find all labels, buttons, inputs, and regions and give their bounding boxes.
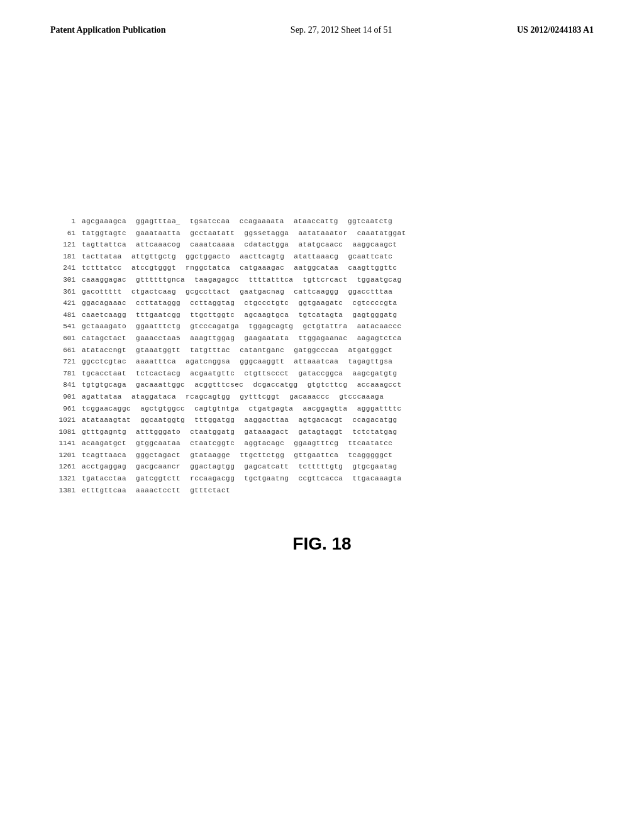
seq-line: 541gctaaagato ggaatttctg gtcccagatga tgg… (50, 321, 594, 333)
seq-number: 1141 (50, 438, 82, 450)
sequence-block: 1agcgaaagca ggagtttaa̲ tgsatccaa ccagaaa… (50, 216, 594, 496)
seq-number: 781 (50, 368, 82, 380)
seq-line: 661atataccngt gtaaatggtt tatgtttac catan… (50, 345, 594, 357)
seq-data: gacottttt ctgactcaag gcgccttact gaatgacn… (82, 287, 594, 298)
seq-line: 61tatggtagtc gaaataatta gcctaatatt ggsse… (50, 228, 594, 240)
seq-number: 301 (50, 275, 82, 286)
seq-line: 961tcggaacaggc agctgtggcc cagtgtntga ctg… (50, 404, 594, 415)
seq-number: 1 (50, 216, 82, 228)
seq-number: 1201 (50, 450, 82, 462)
seq-data: tgtgtgcaga gacaaattggc acggtttcsec dcgac… (82, 380, 594, 391)
seq-number: 1081 (50, 427, 82, 438)
seq-line: 1201tcagttaaca gggctagact gtataagge ttgc… (50, 450, 594, 462)
seq-data: tcggaacaggc agctgtggcc cagtgtntga ctgatg… (82, 404, 594, 415)
seq-data: gctaaagato ggaatttctg gtcccagatga tggagc… (82, 321, 594, 333)
seq-data: etttgttcaa aaaactcctt gtttctact (82, 485, 594, 497)
seq-number: 1381 (50, 485, 82, 497)
seq-number: 1261 (50, 462, 82, 473)
seq-data: tgatacctaa gatcggtctt rccaagacgg tgctgaa… (82, 473, 594, 485)
seq-line: 901agattataa ataggataca rcagcagtgg gyttt… (50, 392, 594, 403)
seq-data: atataaagtat ggcaatggtg tttggatgg aaggact… (82, 415, 594, 426)
header-left: Patent Application Publication (50, 25, 166, 35)
seq-number: 361 (50, 287, 82, 298)
page-header: Patent Application Publication Sep. 27, … (50, 25, 594, 40)
seq-data: agattataa ataggataca rcagcagtgg gytttcgg… (82, 392, 594, 403)
header-right: US 2012/0244183 A1 (517, 25, 594, 35)
seq-number: 241 (50, 263, 82, 274)
seq-line: 121tagttattca attcaaacog caaatcaaaa cdat… (50, 240, 594, 251)
seq-line: 1321tgatacctaa gatcggtctt rccaagacgg tgc… (50, 473, 594, 485)
seq-line: 1021atataaagtat ggcaatggtg tttggatgg aag… (50, 415, 594, 426)
seq-number: 601 (50, 333, 82, 345)
seq-data: ggcctcgtac aaaatttca agatcnggsa gggcaagg… (82, 357, 594, 368)
seq-line: 841tgtgtgcaga gacaaattggc acggtttcsec dc… (50, 380, 594, 391)
seq-data: ggacagaaac ccttataggg ccttaggtag ctgccct… (82, 298, 594, 309)
seq-number: 541 (50, 321, 82, 333)
seq-number: 1321 (50, 473, 82, 485)
seq-line: 1261acctgaggag gacgcaancr ggactagtgg gag… (50, 462, 594, 473)
seq-number: 421 (50, 298, 82, 309)
seq-line: 781tgcacctaat tctcactacg acgaatgttc ctgt… (50, 368, 594, 380)
seq-data: tcagttaaca gggctagact gtataagge ttgcttct… (82, 450, 594, 462)
seq-data: acaagatgct gtggcaataa ctaatcggtc aggtaca… (82, 438, 594, 450)
page: Patent Application Publication Sep. 27, … (0, 0, 644, 830)
seq-line: 361gacottttt ctgactcaag gcgccttact gaatg… (50, 287, 594, 298)
seq-line: 1agcgaaagca ggagtttaa̲ tgsatccaa ccagaaa… (50, 216, 594, 228)
seq-data: tatggtagtc gaaataatta gcctaatatt ggsseta… (82, 228, 594, 240)
seq-line: 1081gtttgagntg atttgggato ctaatggatg gat… (50, 427, 594, 438)
seq-number: 481 (50, 310, 82, 321)
seq-line: 1381etttgttcaa aaaactcctt gtttctact (50, 485, 594, 497)
seq-number: 841 (50, 380, 82, 391)
seq-line: 241tctttatcc atccgtgggt rnggctatca catga… (50, 263, 594, 274)
seq-number: 181 (50, 252, 82, 263)
header-center: Sep. 27, 2012 Sheet 14 of 51 (291, 25, 392, 35)
seq-line: 421ggacagaaac ccttataggg ccttaggtag ctgc… (50, 298, 594, 309)
seq-data: atataccngt gtaaatggtt tatgtttac catantga… (82, 345, 594, 357)
seq-line: 721ggcctcgtac aaaatttca agatcnggsa gggca… (50, 357, 594, 368)
seq-number: 901 (50, 392, 82, 403)
seq-line: 181tacttataa attgttgctg ggctggacto aactt… (50, 252, 594, 263)
seq-data: caaetcaagg tttgaatcgg ttgcttggtc agcaagt… (82, 310, 594, 321)
seq-number: 961 (50, 404, 82, 415)
seq-number: 1021 (50, 415, 82, 426)
seq-data: gtttgagntg atttgggato ctaatggatg gataaag… (82, 427, 594, 438)
seq-data: tgcacctaat tctcactacg acgaatgttc ctgttsc… (82, 368, 594, 380)
seq-number: 121 (50, 240, 82, 251)
content-area: 1agcgaaagca ggagtttaa̲ tgsatccaa ccagaaa… (50, 216, 594, 496)
seq-number: 661 (50, 345, 82, 357)
seq-data: catagctact gaaacctaa5 aaagttggag gaagaat… (82, 333, 594, 345)
seq-line: 301caaaggagac gttttttgnca taagagagcc ttt… (50, 275, 594, 286)
seq-data: agcgaaagca ggagtttaa̲ tgsatccaa ccagaaaa… (82, 216, 594, 228)
figure-caption: FIG. 18 (50, 534, 594, 554)
seq-data: caaaggagac gttttttgnca taagagagcc ttttat… (82, 275, 594, 286)
seq-line: 601catagctact gaaacctaa5 aaagttggag gaag… (50, 333, 594, 345)
seq-line: 481caaetcaagg tttgaatcgg ttgcttggtc agca… (50, 310, 594, 321)
top-spacer (50, 53, 594, 179)
seq-data: tctttatcc atccgtgggt rnggctatca catgaaag… (82, 263, 594, 274)
seq-number: 721 (50, 357, 82, 368)
seq-number: 61 (50, 228, 82, 240)
seq-data: tagttattca attcaaacog caaatcaaaa cdatact… (82, 240, 594, 251)
seq-line: 1141acaagatgct gtggcaataa ctaatcggtc agg… (50, 438, 594, 450)
seq-data: tacttataa attgttgctg ggctggacto aacttcag… (82, 252, 594, 263)
seq-data: acctgaggag gacgcaancr ggactagtgg gagcatc… (82, 462, 594, 473)
